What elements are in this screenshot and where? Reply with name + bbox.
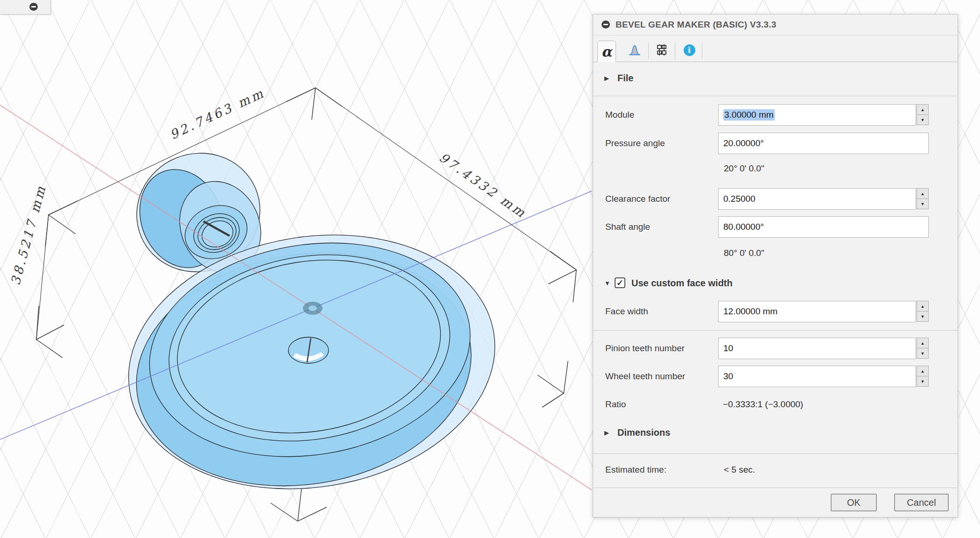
pressure-angle-input[interactable]: 20.00000°	[718, 133, 929, 154]
face-width-spinner: ▲ ▼	[917, 301, 929, 322]
chevron-right-icon[interactable]: ▶	[604, 429, 609, 436]
file-section-header[interactable]: ▶ File	[593, 69, 958, 87]
module-value-selected: 3.00000 mm	[723, 109, 775, 120]
spinner-down-button[interactable]: ▼	[917, 114, 929, 125]
origin-marker[interactable]	[303, 302, 322, 315]
tab-gear-profile[interactable]	[629, 44, 641, 56]
spinner-up-button[interactable]: ▲	[917, 338, 929, 348]
module-label: Module	[605, 110, 634, 120]
tab-info[interactable]: i	[683, 44, 695, 56]
estimated-time-value: < 5 sec.	[724, 465, 755, 475]
ratio-value: −0.3333:1 (−3.0000)	[723, 399, 803, 410]
clearance-factor-label: Clearance factor	[605, 194, 670, 204]
dimensions-section-label: Dimensions	[617, 427, 670, 438]
ok-button[interactable]: OK	[831, 494, 877, 511]
pinion-teeth-label: Pinion teeth number	[605, 343, 685, 354]
spinner-down-button[interactable]: ▼	[917, 376, 929, 387]
dialog-collapse-icon[interactable]	[602, 21, 610, 28]
pressure-angle-label: Pressure angle	[605, 138, 665, 149]
dialog-titlebar: BEVEL GEAR MAKER (BASIC) V3.3.3	[593, 14, 958, 35]
spinner-up-button[interactable]: ▲	[917, 104, 929, 115]
custom-face-width-row: ▼ ✓ Use custom face width	[593, 274, 958, 292]
tab-separator	[648, 42, 649, 59]
dialog-title: BEVEL GEAR MAKER (BASIC) V3.3.3	[616, 14, 777, 35]
palette-collapse-icon[interactable]	[29, 3, 38, 11]
face-width-label: Face width	[605, 306, 648, 317]
dimension-label-height: 38.5217 mm	[8, 183, 49, 287]
chevron-down-icon[interactable]: ▼	[604, 280, 610, 287]
spinner-up-button[interactable]: ▲	[917, 366, 929, 376]
shaft-angle-input[interactable]: 80.00000°	[718, 216, 929, 238]
gear-tooth-icon	[629, 44, 641, 56]
clearance-factor-spinner: ▲ ▼	[917, 188, 929, 210]
module-spinner: ▲ ▼	[917, 104, 929, 126]
use-custom-face-width-checkbox[interactable]: ✓	[615, 277, 625, 288]
use-custom-face-width-label: Use custom face width	[631, 278, 733, 289]
shaft-angle-dms: 80° 0' 0.0"	[724, 248, 764, 258]
sliders-icon	[656, 44, 668, 56]
spinner-up-button[interactable]: ▲	[917, 301, 929, 311]
collapsed-palette	[0, 0, 51, 14]
tab-advanced-params[interactable]	[656, 44, 668, 56]
tab-parameters-alpha[interactable]: α	[597, 41, 616, 62]
face-width-input[interactable]: 12.00000 mm	[718, 301, 916, 322]
wheel-teeth-spinner: ▲ ▼	[917, 366, 929, 387]
cancel-button[interactable]: Cancel	[894, 494, 949, 511]
app-screen: 92.7463 mm 97.4332 mm 38.5217 mm BEVEL G…	[0, 0, 980, 538]
dialog-tabstrip: α i	[593, 35, 958, 62]
estimated-time-label: Estimated time:	[605, 465, 666, 475]
module-input[interactable]: 3.00000 mm	[718, 104, 916, 126]
divider	[593, 96, 958, 96]
tab-separator	[675, 42, 675, 59]
tab-separator	[702, 42, 702, 59]
file-section-label: File	[617, 73, 633, 84]
pressure-angle-dms: 20° 0' 0.0"	[724, 163, 764, 174]
wheel-teeth-input[interactable]: 30	[718, 366, 916, 387]
divider	[593, 453, 958, 454]
shaft-angle-label: Shaft angle	[605, 222, 650, 232]
spinner-up-button[interactable]: ▲	[917, 188, 929, 199]
chevron-right-icon[interactable]: ▶	[604, 75, 609, 82]
spinner-down-button[interactable]: ▼	[917, 348, 929, 359]
spinner-down-button[interactable]: ▼	[917, 311, 929, 322]
clearance-factor-input[interactable]: 0.25000	[718, 188, 916, 210]
ratio-label: Ratio	[605, 399, 626, 410]
pinion-teeth-input[interactable]: 10	[718, 338, 916, 359]
wheel-teeth-label: Wheel teeth number	[605, 371, 685, 382]
dimensions-section-header[interactable]: ▶ Dimensions	[593, 423, 958, 442]
dimension-label-depth: 97.4332 mm	[437, 150, 530, 221]
dialog-footer: OK Cancel	[593, 488, 958, 518]
dimension-label-width: 92.7463 mm	[168, 85, 267, 142]
bevel-gear-maker-dialog: BEVEL GEAR MAKER (BASIC) V3.3.3 α	[593, 14, 958, 517]
info-icon: i	[684, 44, 695, 56]
divider	[593, 330, 958, 331]
spinner-down-button[interactable]: ▼	[917, 198, 929, 209]
pinion-teeth-spinner: ▲ ▼	[917, 338, 929, 359]
